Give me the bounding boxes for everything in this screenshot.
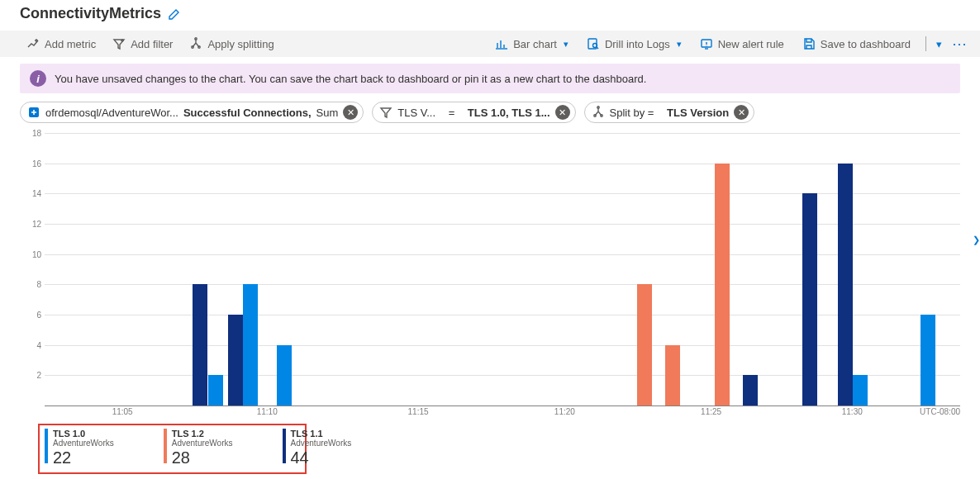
x-tick-label: 11:30 xyxy=(842,407,863,416)
metric-name: Successful Connections, xyxy=(183,107,312,119)
save-to-dashboard-button[interactable]: Save to dashboard xyxy=(796,34,917,54)
filter-field: TLS V... xyxy=(397,107,435,119)
new-alert-rule-button[interactable]: New alert rule xyxy=(693,34,791,54)
filter-icon xyxy=(379,106,392,119)
legend-item[interactable]: TLS 1.1 AdventureWorks 44 xyxy=(283,429,352,467)
timezone-label: UTC-08:00 xyxy=(920,407,960,416)
chart-bar[interactable] xyxy=(277,345,292,405)
drill-into-logs-dropdown[interactable]: Drill into Logs ▾ xyxy=(580,34,688,54)
chart-bar[interactable] xyxy=(838,164,853,405)
drill-logs-label: Drill into Logs xyxy=(605,38,670,50)
split-value: TLS Version xyxy=(667,107,729,119)
legend-item[interactable]: TLS 1.2 AdventureWorks 28 xyxy=(164,429,233,467)
chart-bar[interactable] xyxy=(665,345,680,405)
scroll-indicator: ❯ xyxy=(973,235,980,245)
remove-metric-chip[interactable]: ✕ xyxy=(343,105,358,120)
x-axis: UTC-08:00 11:0511:1011:1511:2011:2511:30 xyxy=(45,405,960,420)
chart-bar[interactable] xyxy=(853,375,868,405)
x-tick-label: 11:10 xyxy=(257,407,278,416)
y-tick-label: 4 xyxy=(36,340,41,349)
split-chip[interactable]: Split by = TLS Version ✕ xyxy=(584,102,755,123)
add-filter-label: Add filter xyxy=(131,38,173,50)
legend-series-label: TLS 1.0 xyxy=(53,429,114,439)
page-title: ConnectivityMetrics xyxy=(20,5,161,22)
chart-bar[interactable] xyxy=(243,284,258,405)
apply-splitting-label: Apply splitting xyxy=(207,38,274,50)
remove-filter-chip[interactable]: ✕ xyxy=(555,105,570,120)
y-tick-label: 10 xyxy=(32,249,41,258)
chart-type-dropdown[interactable]: Bar chart ▾ xyxy=(488,34,575,54)
chart-area: 24681012141618 xyxy=(20,133,960,405)
split-icon xyxy=(592,106,605,119)
legend-color-swatch xyxy=(164,429,167,463)
chart-bar[interactable] xyxy=(193,284,207,405)
chart-bar[interactable] xyxy=(208,375,223,405)
y-tick-label: 16 xyxy=(32,159,41,168)
metric-chip[interactable]: ofrdemosql/AdventureWor... Successful Co… xyxy=(20,102,364,123)
edit-title-icon[interactable] xyxy=(168,7,181,21)
add-metric-label: Add metric xyxy=(45,38,96,50)
chip-row: ofrdemosql/AdventureWor... Successful Co… xyxy=(0,102,980,130)
filter-op: = xyxy=(449,107,455,119)
y-axis: 24681012141618 xyxy=(20,133,45,405)
legend-sub-label: AdventureWorks xyxy=(291,439,352,448)
legend-series-label: TLS 1.1 xyxy=(291,429,352,439)
y-tick-label: 6 xyxy=(36,311,41,320)
legend-sub-label: AdventureWorks xyxy=(53,439,114,448)
save-dashboard-label: Save to dashboard xyxy=(821,38,911,50)
metrics-toolbar: Add metric Add filter Apply splitting Ba… xyxy=(0,31,980,57)
remove-split-chip[interactable]: ✕ xyxy=(734,105,749,120)
metric-agg: Sum xyxy=(316,107,339,119)
apply-splitting-button[interactable]: Apply splitting xyxy=(183,34,280,54)
more-actions-button[interactable]: ⋯ xyxy=(947,35,973,53)
x-tick-label: 11:20 xyxy=(554,407,575,416)
chart-bar[interactable] xyxy=(802,193,817,405)
legend-value: 22 xyxy=(53,448,114,467)
unsaved-changes-banner: i You have unsaved changes to the chart.… xyxy=(20,64,960,93)
legend-value: 44 xyxy=(291,448,352,467)
x-tick-label: 11:25 xyxy=(701,407,721,416)
legend-sub-label: AdventureWorks xyxy=(172,439,233,448)
chevron-down-icon: ▾ xyxy=(677,39,682,50)
filter-chip[interactable]: TLS V... = TLS 1.0, TLS 1... ✕ xyxy=(372,102,575,123)
add-filter-button[interactable]: Add filter xyxy=(106,34,179,54)
legend-item[interactable]: TLS 1.0 AdventureWorks 22 xyxy=(45,429,114,467)
legend-color-swatch xyxy=(45,429,48,463)
chart-type-label: Bar chart xyxy=(513,38,557,50)
legend-highlight-box: TLS 1.0 AdventureWorks 22 TLS 1.2 Advent… xyxy=(38,424,307,474)
chart-bar[interactable] xyxy=(921,315,935,405)
filter-value: TLS 1.0, TLS 1... xyxy=(468,107,550,119)
x-tick-label: 11:05 xyxy=(112,407,133,416)
save-dropdown-chevron[interactable]: ▾ xyxy=(936,38,942,50)
resource-icon xyxy=(27,106,40,119)
split-prefix: Split by = xyxy=(610,107,654,119)
chart-bar[interactable] xyxy=(715,164,730,405)
metric-scope: ofrdemosql/AdventureWor... xyxy=(45,107,178,119)
legend-series-label: TLS 1.2 xyxy=(172,429,233,439)
legend-value: 28 xyxy=(172,448,233,467)
chart-bar[interactable] xyxy=(637,284,652,405)
y-tick-label: 14 xyxy=(32,189,41,198)
x-tick-label: 11:15 xyxy=(408,407,429,416)
y-tick-label: 8 xyxy=(36,280,41,289)
y-tick-label: 12 xyxy=(32,220,41,229)
chart-plot xyxy=(45,133,960,405)
y-tick-label: 2 xyxy=(36,371,41,380)
add-metric-button[interactable]: Add metric xyxy=(20,34,102,54)
chart-bar[interactable] xyxy=(228,315,243,405)
chevron-down-icon: ▾ xyxy=(564,39,568,50)
banner-text: You have unsaved changes to the chart. Y… xyxy=(55,73,646,85)
y-tick-label: 18 xyxy=(32,129,41,138)
toolbar-separator xyxy=(925,36,926,51)
info-icon: i xyxy=(30,70,46,87)
new-alert-label: New alert rule xyxy=(718,38,784,50)
chart-bar[interactable] xyxy=(743,375,758,405)
legend-color-swatch xyxy=(283,429,286,463)
